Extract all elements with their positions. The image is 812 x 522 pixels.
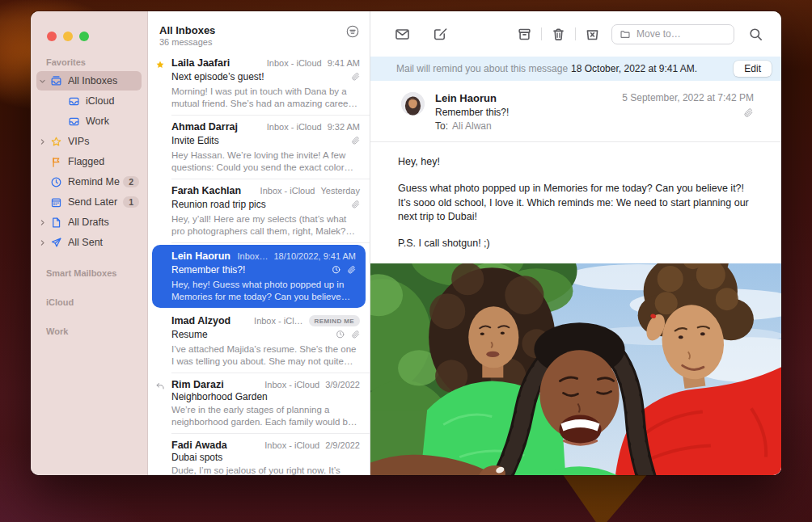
star-icon — [148, 52, 171, 116]
message-row-rim-darazi[interactable]: Rim DaraziInbox - iCloud3/9/2022 Neighbo… — [148, 373, 370, 434]
paperclip-icon — [351, 197, 361, 212]
message-time: 18/10/2022, 9:41 AM — [273, 251, 356, 261]
junk-icon[interactable] — [585, 27, 600, 42]
zoom-button[interactable] — [79, 32, 89, 41]
archive-icon[interactable] — [517, 27, 532, 42]
to-label: To: — [435, 120, 448, 132]
doc-icon — [49, 216, 63, 229]
message-list-header: All Inboxes 36 messages — [148, 11, 370, 52]
message-row-fadi-awada[interactable]: Fadi AwadaInbox - iCloud2/9/2022 Dubai s… — [148, 434, 370, 475]
gutter-spacer — [148, 116, 171, 179]
message-preview: I’ve attached Majida’s resume. She’s the… — [171, 343, 360, 367]
clock-icon — [336, 327, 345, 342]
unread-count-badge: 1 — [123, 196, 139, 208]
message-sender: Laila Jaafari — [171, 57, 230, 69]
chevron-right-icon[interactable] — [39, 219, 49, 226]
clock-icon — [332, 263, 341, 277]
message-list-pane: All Inboxes 36 messages Laila JaafariInb… — [148, 11, 370, 475]
edit-reminder-button[interactable]: Edit — [734, 61, 772, 77]
message-preview: Hey, y’all! Here are my selects (that’s … — [171, 213, 360, 237]
sidebar-item-all-sent[interactable]: All Sent — [36, 233, 142, 252]
recipient-line: To:Ali Alwan — [435, 120, 509, 132]
move-to-field[interactable]: Move to… — [611, 24, 734, 44]
paperclip-icon — [351, 133, 361, 148]
sidebar-item-vips[interactable]: VIPs — [36, 132, 142, 151]
close-button[interactable] — [47, 32, 57, 41]
sidebar-groups: Smart MailboxesiCloudWork — [31, 268, 147, 339]
message-sender: Farah Kachlan — [171, 185, 241, 196]
message-rows: Laila JaafariInbox - iCloud9:41 AM Next … — [148, 52, 370, 475]
message-subject: Next episode’s guest! — [171, 71, 351, 82]
trash-icon[interactable] — [551, 27, 566, 42]
minimize-button[interactable] — [63, 32, 73, 41]
paperplane-icon — [49, 236, 63, 250]
all-inboxes-icon — [49, 74, 63, 88]
message-sender: Ahmad Darraj — [171, 121, 238, 133]
window-controls — [31, 11, 147, 41]
compose-icon[interactable] — [433, 27, 448, 42]
gutter-spacer — [148, 434, 171, 475]
chevron-right-icon[interactable] — [39, 239, 49, 246]
sidebar-item-all-inboxes[interactable]: All Inboxes — [36, 71, 142, 91]
reminder-text: Mail will remind you about this message — [396, 63, 568, 74]
message-mailbox: Inbox - iCloud — [260, 186, 315, 196]
remind-me-badge: REMIND ME — [309, 315, 360, 326]
sidebar-item-icloud[interactable]: iCloud — [36, 91, 142, 111]
message-date: 5 September, 2022 at 7:42 PM — [622, 92, 754, 103]
photo-attachment[interactable] — [370, 263, 781, 475]
message-time: Yesterday — [320, 186, 360, 196]
star-icon — [49, 135, 63, 149]
mailbox-title: All Inboxes — [159, 24, 358, 36]
sidebar-item-all-drafts[interactable]: All Drafts — [36, 213, 142, 232]
message-header: Lein Haorun Remember this?! To:Ali Alwan… — [370, 81, 781, 142]
sidebar-item-send-later[interactable]: Send Later1 — [36, 192, 142, 212]
sidebar-item-label: iCloud — [86, 95, 142, 107]
message-row-lein-haorun[interactable]: Lein HaorunInbox…18/10/2022, 9:41 AM Rem… — [152, 245, 366, 308]
flag-icon — [49, 155, 63, 169]
header-text: Lein Haorun Remember this?! To:Ali Alwan — [435, 92, 509, 132]
attachment-paperclip-icon[interactable] — [622, 107, 754, 118]
reading-pane: Move to… Mail will remind you about this… — [370, 11, 781, 475]
message-row-imad-alzyod[interactable]: Imad AlzyodInbox - iCl…REMIND ME Resume … — [148, 309, 370, 373]
sidebar-group-work[interactable]: Work — [31, 326, 147, 339]
sidebar-item-flagged[interactable]: Flagged — [36, 152, 142, 171]
message-row-laila-jaafari[interactable]: Laila JaafariInbox - iCloud9:41 AM Next … — [148, 52, 370, 116]
message-body: Hey, hey! Guess what photo popped up in … — [370, 142, 781, 263]
chevron-right-icon[interactable] — [39, 138, 49, 145]
sidebar-item-label: All Sent — [68, 237, 142, 248]
gutter-spacer — [152, 245, 171, 308]
sidebar-group-icloud[interactable]: iCloud — [31, 297, 147, 310]
message-row-content: Fadi AwadaInbox - iCloud2/9/2022 Dubai s… — [171, 434, 370, 475]
message-preview: We’re in the early stages of planning a … — [171, 404, 360, 427]
message-row-farah-kachlan[interactable]: Farah KachlanInbox - iCloudYesterday Reu… — [148, 179, 370, 243]
inbox-icon — [67, 95, 81, 108]
message-row-ahmad-darraj[interactable]: Ahmad DarrajInbox - iCloud9:32 AM Invite… — [148, 116, 370, 179]
filter-icon[interactable] — [345, 24, 360, 39]
sidebar-group-smart-mailboxes[interactable]: Smart Mailboxes — [31, 268, 147, 281]
wallpaper-wedge — [560, 475, 650, 522]
get-mail-icon[interactable] — [395, 27, 410, 42]
sidebar-item-label: Work — [86, 116, 142, 127]
message-subject: Remember this?! — [171, 264, 332, 276]
message-sender: Rim Darazi — [171, 379, 224, 390]
calendar-icon — [49, 196, 63, 209]
message-subject: Reunion road trip pics — [171, 199, 351, 210]
recipient-name[interactable]: Ali Alwan — [452, 120, 492, 132]
search-icon[interactable] — [748, 27, 763, 42]
reminder-banner: Mail will remind you about this message … — [370, 57, 781, 81]
message-time: 2/9/2022 — [325, 440, 360, 450]
message-mailbox: Inbox - iCloud — [264, 380, 319, 389]
message-row-content: Laila JaafariInbox - iCloud9:41 AM Next … — [171, 52, 370, 116]
message-subject: Neighborhood Garden — [171, 391, 360, 402]
sidebar-item-work[interactable]: Work — [36, 112, 142, 131]
avatar[interactable] — [401, 92, 425, 116]
sidebar: Favorites All InboxesiCloudWorkVIPsFlagg… — [31, 11, 148, 475]
chevron-down-icon[interactable] — [39, 78, 49, 85]
unread-count-badge: 2 — [123, 176, 139, 187]
sidebar-item-remind-me[interactable]: Remind Me2 — [36, 172, 142, 192]
message-subject: Resume — [171, 329, 336, 340]
body-paragraph: P.S. I call shotgun! ;) — [398, 237, 752, 250]
message-sender: Fadi Awada — [171, 440, 227, 451]
message-mailbox: Inbox… — [238, 251, 269, 261]
sidebar-item-label: All Drafts — [68, 217, 142, 228]
